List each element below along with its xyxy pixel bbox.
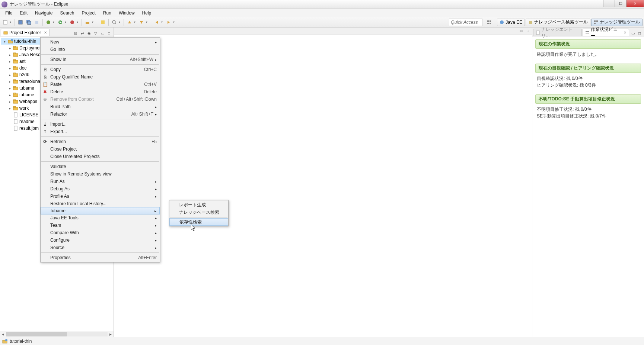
- menu-window[interactable]: Window: [116, 10, 138, 16]
- expander-icon[interactable]: ▸: [7, 53, 12, 57]
- save-icon[interactable]: [17, 19, 24, 26]
- expander-icon[interactable]: ▸: [7, 106, 12, 110]
- run-icon[interactable]: [57, 19, 64, 26]
- menu-item-restore-from-local-history-[interactable]: Restore from Local History...: [41, 200, 160, 207]
- menu-run[interactable]: Run: [100, 10, 114, 16]
- menu-item-configure[interactable]: Configure▸: [41, 236, 160, 244]
- new-server-icon[interactable]: [84, 19, 91, 26]
- menu-item-validate[interactable]: Validate: [41, 163, 160, 170]
- menu-item-team[interactable]: Team▸: [41, 222, 160, 229]
- maximize-view-icon[interactable]: □: [106, 30, 112, 36]
- menu-item-close-unrelated-projects[interactable]: Close Unrelated Projects: [41, 153, 160, 160]
- menu-item--[interactable]: ナレッジベース検索: [169, 209, 228, 216]
- next-annotation-icon[interactable]: [138, 19, 145, 26]
- close-icon[interactable]: ✕: [624, 30, 627, 35]
- menu-item-copy-qualified-name[interactable]: ⎘Copy Qualified Name: [41, 73, 160, 81]
- menu-item--[interactable]: レポート生成: [169, 201, 228, 209]
- open-type-icon[interactable]: [99, 19, 106, 26]
- menu-item-show-in-remote-systems-view[interactable]: Show in Remote Systems view: [41, 170, 160, 178]
- maximize-button[interactable]: ☐: [615, 0, 627, 7]
- dropdown-icon[interactable]: ▾: [92, 20, 95, 24]
- menu-item-refactor[interactable]: RefactorAlt+Shift+T▸: [41, 110, 160, 118]
- menu-help[interactable]: Help: [139, 10, 154, 16]
- expander-icon[interactable]: ▸: [7, 100, 12, 104]
- maximize-editor-icon[interactable]: □: [525, 29, 530, 34]
- menu-item-delete[interactable]: ✖DeleteDelete: [41, 88, 160, 96]
- quick-access-input[interactable]: [449, 19, 482, 26]
- menu-item-java-ee-tools[interactable]: Java EE Tools▸: [41, 214, 160, 222]
- minimize-button[interactable]: —: [603, 0, 615, 7]
- dropdown-icon[interactable]: ▾: [161, 20, 164, 24]
- menu-search[interactable]: Search: [57, 10, 77, 16]
- quick-access-field[interactable]: [449, 19, 482, 26]
- menu-item-go-into[interactable]: Go Into: [41, 46, 160, 53]
- menu-project[interactable]: Project: [79, 10, 98, 16]
- expander-icon[interactable]: ▸: [7, 80, 12, 84]
- expander-icon[interactable]: ▸: [7, 73, 12, 77]
- forward-icon[interactable]: [165, 19, 172, 26]
- expander-icon[interactable]: ▾: [2, 39, 7, 43]
- menu-navigate[interactable]: Navigate: [32, 10, 55, 16]
- menu-item-show-in[interactable]: Show InAlt+Shift+W▸: [41, 56, 160, 63]
- knowledge-entry-tab[interactable]: ナレッジエントリ...: [533, 29, 582, 36]
- menu-item-copy[interactable]: ⎘CopyCtrl+C: [41, 66, 160, 73]
- perspective-knowledge-mgmt[interactable]: ナレッジ管理ツール: [591, 19, 643, 26]
- prev-annotation-icon[interactable]: [126, 19, 133, 26]
- work-status-tab[interactable]: 作業状況ビュー ✕: [583, 29, 629, 36]
- minimize-editor-icon[interactable]: ▭: [519, 29, 524, 34]
- expander-icon[interactable]: ▸: [7, 46, 12, 50]
- menu-item-source[interactable]: Source▸: [41, 244, 160, 251]
- dropdown-icon[interactable]: ▾: [173, 20, 176, 24]
- menu-file[interactable]: File: [2, 10, 15, 16]
- minimize-view-icon[interactable]: ▭: [630, 30, 636, 36]
- menu-item-debug-as[interactable]: Debug As▸: [41, 185, 160, 193]
- expander-icon[interactable]: ▸: [7, 59, 12, 64]
- save-all-icon[interactable]: [25, 19, 32, 26]
- scroll-right-icon[interactable]: ▸: [108, 332, 114, 337]
- view-menu-icon[interactable]: ▽: [93, 30, 99, 36]
- dropdown-icon[interactable]: ▾: [77, 20, 80, 24]
- link-editor-icon[interactable]: ⇄: [79, 30, 85, 36]
- expander-icon[interactable]: ▸: [7, 93, 12, 97]
- focus-task-icon[interactable]: ◉: [86, 30, 92, 36]
- dropdown-icon[interactable]: ▾: [119, 20, 122, 24]
- menu-item--[interactable]: 依存性検索: [169, 218, 228, 226]
- menu-item-properties[interactable]: PropertiesAlt+Enter: [41, 254, 160, 261]
- back-icon[interactable]: [153, 19, 160, 26]
- menu-item-export-[interactable]: ⤒Export...: [41, 128, 160, 135]
- dropdown-icon[interactable]: ▾: [10, 20, 13, 24]
- search-icon[interactable]: [111, 19, 118, 26]
- open-perspective-icon[interactable]: [485, 19, 493, 26]
- new-icon[interactable]: [1, 19, 9, 26]
- project-explorer-tab[interactable]: Project Explorer ✕: [1, 29, 50, 36]
- tool-icon[interactable]: [33, 19, 41, 26]
- menu-item-tubame[interactable]: tubame▸: [41, 207, 160, 215]
- dropdown-icon[interactable]: ▾: [65, 20, 68, 24]
- ext-tool-icon[interactable]: [68, 19, 76, 26]
- debug-icon[interactable]: [45, 19, 52, 26]
- menu-item-close-project[interactable]: Close Project: [41, 145, 160, 153]
- menu-item-profile-as[interactable]: Profile As▸: [41, 193, 160, 200]
- menu-item-refresh[interactable]: ⟳RefreshF5: [41, 138, 160, 145]
- dropdown-icon[interactable]: ▾: [146, 20, 149, 24]
- menu-edit[interactable]: Edit: [17, 10, 31, 16]
- dropdown-icon[interactable]: ▾: [134, 20, 137, 24]
- expander-icon[interactable]: ▸: [7, 66, 12, 70]
- expander-icon[interactable]: ▸: [7, 86, 12, 90]
- horizontal-scrollbar[interactable]: ◂ ▸: [0, 331, 114, 337]
- close-button[interactable]: ✕: [626, 0, 644, 7]
- minimize-view-icon[interactable]: ▭: [99, 30, 105, 36]
- menu-item-paste[interactable]: 📋PasteCtrl+V: [41, 81, 160, 88]
- dropdown-icon[interactable]: ▾: [53, 20, 56, 24]
- menu-item-new[interactable]: New▸: [41, 38, 160, 46]
- collapse-all-icon[interactable]: ⊟: [73, 30, 79, 36]
- maximize-view-icon[interactable]: □: [637, 30, 643, 36]
- menu-item-compare-with[interactable]: Compare With▸: [41, 229, 160, 236]
- scroll-left-icon[interactable]: ◂: [0, 332, 6, 337]
- close-icon[interactable]: ✕: [44, 30, 47, 35]
- menu-item-build-path[interactable]: Build Path▸: [41, 103, 160, 110]
- menu-item-run-as[interactable]: Run As▸: [41, 178, 160, 185]
- perspective-java-ee[interactable]: Java EE: [497, 19, 525, 26]
- menu-item-import-[interactable]: ⤓Import...: [41, 120, 160, 128]
- perspective-kb-search[interactable]: ナレッジベース検索ツール: [526, 19, 590, 26]
